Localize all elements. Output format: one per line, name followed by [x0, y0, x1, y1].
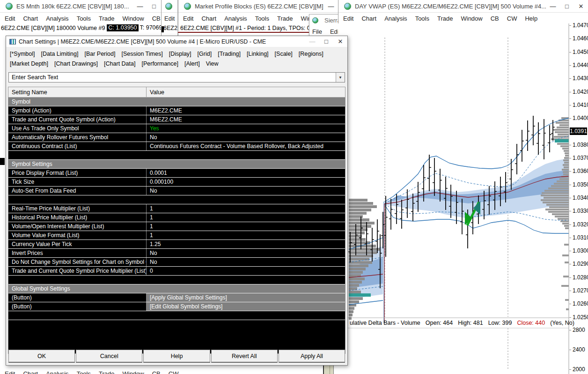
price-scale[interactable]: 1.04701.04601.04501.04401.04301.04201.04…	[569, 0, 588, 374]
menu-item-analysis[interactable]: Analysis	[46, 370, 68, 374]
tab-bar-period[interactable]: [Bar Period]	[84, 51, 115, 57]
maximize-icon[interactable]: □	[319, 35, 333, 48]
table-row[interactable]: Symbol (Action)M6EZ2.CME	[8, 106, 345, 115]
menu-item-analysis[interactable]: Analysis	[224, 15, 247, 22]
cancel-button[interactable]: Cancel	[76, 350, 142, 363]
setting-value[interactable]: M6EZ2.CME	[147, 115, 345, 124]
setting-value[interactable]: [Edit Global Symbol Settings]	[147, 302, 345, 311]
table-row[interactable]: Invert PricesNo	[8, 249, 345, 258]
tab-chart-data[interactable]: [Chart Data]	[104, 60, 135, 67]
setting-value[interactable]: Yes	[147, 124, 345, 133]
table-row[interactable]: Do Not Change Symbol Settings for Chart …	[8, 258, 345, 267]
menu-item-tools[interactable]: Tools	[77, 370, 91, 374]
menu-item-window[interactable]: Window	[122, 15, 144, 22]
table-row[interactable]: Real-Time Price Multiplier (List)1	[8, 204, 345, 213]
tab-scale[interactable]: [Scale]	[275, 51, 293, 57]
menu-item-analysis[interactable]: Analysis	[384, 15, 407, 22]
menu-item-trade[interactable]: Trade	[99, 15, 114, 22]
menu-item-edit[interactable]: Edit	[183, 15, 193, 22]
table-row[interactable]: Tick Size0.000100	[8, 178, 345, 187]
table-row[interactable]: Continuous Contract (List)Continuous Fut…	[8, 142, 345, 151]
table-row[interactable]: (Button)[Edit Global Symbol Settings]	[8, 302, 345, 311]
menu-item-chart[interactable]: Chart	[201, 15, 216, 22]
menu-item-tools[interactable]: Tools	[415, 15, 429, 22]
close-icon[interactable]: ✕	[333, 35, 347, 48]
menu-item-analysis[interactable]: Analysis	[46, 15, 68, 22]
tab-grid[interactable]: [Grid]	[198, 51, 212, 57]
menu-item-chart[interactable]: Chart	[361, 15, 376, 22]
tab-regions[interactable]: [Regions]	[299, 51, 323, 57]
table-row[interactable]: Currency Value Per Tick1.25	[8, 240, 345, 249]
table-row[interactable]: Use As Trade Only SymbolYes	[8, 124, 345, 133]
table-row[interactable]: Trade and Current Quote Symbol (Action)M…	[8, 115, 345, 124]
chevron-down-icon[interactable]: ▼	[336, 73, 345, 82]
table-row[interactable]: Auto-Set From Data FeedNo	[8, 187, 345, 195]
tab-trading[interactable]: [Trading]	[218, 51, 241, 57]
menu-item-chart[interactable]: Chart	[23, 15, 38, 22]
setting-value[interactable]: 1.25	[147, 240, 345, 248]
setting-value[interactable]: No	[147, 133, 345, 142]
setting-value[interactable]: [Apply Global Symbol Settings]	[147, 293, 345, 302]
tab-data-limiting[interactable]: [Data Limiting]	[41, 51, 79, 57]
revert-all-button[interactable]: Revert All	[211, 350, 278, 363]
ok-button[interactable]: OK	[8, 350, 75, 363]
table-row[interactable]: (Button)[Apply Global Symbol Settings]	[8, 293, 345, 302]
tab-performance[interactable]: [Performance]	[141, 60, 178, 67]
table-row[interactable]: Historical Price Multiplier (List)1	[8, 213, 345, 222]
minimize-icon[interactable]: —	[133, 0, 147, 13]
menu-item-cw[interactable]: CW	[507, 15, 517, 22]
table-row[interactable]: Volume/Open Interest Multiplier (List)1	[8, 222, 345, 231]
setting-value[interactable]: No	[147, 258, 345, 266]
minimize-icon[interactable]: —	[324, 0, 338, 13]
menu-item-trade[interactable]: Trade	[99, 370, 114, 374]
dialog-title: Chart Settings | M6EZ2.CME/M6EZ2.CME [CB…	[19, 38, 266, 45]
search-input[interactable]	[9, 74, 336, 81]
menu-item-cb[interactable]: CB	[152, 370, 161, 374]
setting-value[interactable]: No	[147, 187, 345, 195]
delta-status-line: ulative Delta Bars - VolumeOpen: 464High…	[350, 320, 580, 326]
menu-item-trade[interactable]: Trade	[437, 15, 453, 22]
tab-chart-drawings[interactable]: [Chart Drawings]	[54, 60, 98, 67]
setting-value[interactable]: Continuous Futures Contract - Volume Bas…	[147, 142, 345, 150]
minimize-icon[interactable]: —	[546, 0, 560, 13]
menu-item-tools[interactable]: Tools	[255, 15, 269, 22]
menu-item-tools[interactable]: Tools	[77, 15, 91, 22]
help-button[interactable]: Help	[143, 350, 210, 363]
tab-display[interactable]: [Display]	[169, 51, 191, 57]
tab-symbol[interactable]: [*Symbol]	[10, 51, 35, 57]
tab-market-depth[interactable]: [Market Depth]	[10, 60, 48, 67]
table-row[interactable]: Volume Value Format (List)1	[8, 231, 345, 240]
menu-item-cw[interactable]: CW	[169, 370, 179, 374]
tab-view[interactable]: View	[206, 60, 219, 67]
setting-value[interactable]: 1	[147, 213, 345, 222]
setting-value[interactable]: No	[147, 249, 345, 257]
setting-value[interactable]: 1	[147, 231, 345, 239]
menu-item-file[interactable]: File	[312, 28, 322, 35]
menu-item-chart[interactable]: Chart	[23, 370, 38, 374]
minimize-icon[interactable]: —	[305, 35, 319, 48]
setting-value[interactable]: M6EZ2.CME	[147, 106, 345, 115]
menu-item-help[interactable]: Help	[525, 15, 537, 22]
menu-item-window[interactable]: Window	[461, 15, 482, 22]
setting-value[interactable]: 0.000100	[147, 178, 345, 186]
setting-value[interactable]: 0.0001	[147, 169, 345, 177]
peek-menu-edit[interactable]: Edit	[164, 15, 175, 22]
tab-alert[interactable]: [Alert]	[184, 60, 200, 67]
menu-item-trade[interactable]: Trade	[277, 15, 293, 22]
table-row[interactable]: Automatically Rollover Futures SymbolNo	[8, 133, 345, 142]
menu-item-cb[interactable]: CB	[491, 15, 499, 22]
menu-item-cb[interactable]: CB	[152, 15, 161, 22]
tab-linking[interactable]: [Linking]	[247, 51, 269, 57]
menu-item-edit[interactable]: Edit	[5, 370, 15, 374]
setting-value[interactable]: 1	[147, 222, 345, 231]
menu-item-edit[interactable]: Edit	[343, 15, 353, 22]
table-row[interactable]: Price Display Format (List)0.0001	[8, 169, 345, 178]
maximize-icon[interactable]: □	[147, 0, 161, 13]
menu-item-window[interactable]: Window	[122, 370, 144, 374]
tab-session-times[interactable]: [Session Times]	[121, 51, 162, 57]
setting-value[interactable]: 0	[147, 267, 345, 275]
apply-all-button[interactable]: Apply All	[279, 350, 345, 363]
table-row[interactable]: Trade and Current Quote Symbol Price Mul…	[8, 267, 345, 276]
setting-value[interactable]: 1	[147, 204, 345, 213]
menu-item-edit[interactable]: Edit	[5, 15, 15, 22]
